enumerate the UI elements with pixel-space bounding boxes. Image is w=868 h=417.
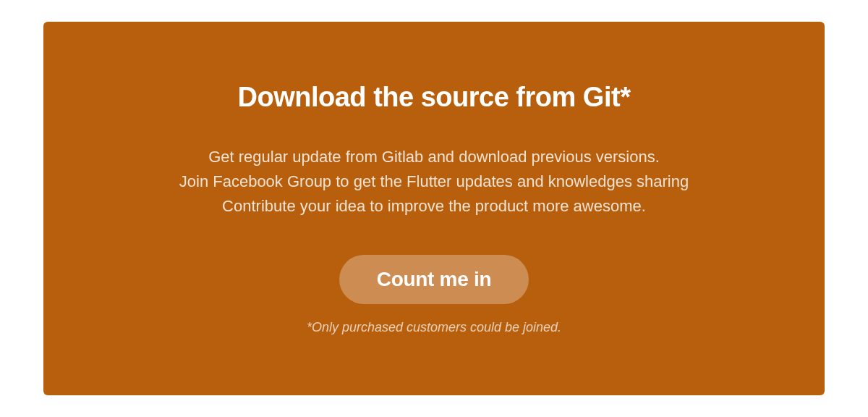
promo-card: Download the source from Git* Get regula…: [43, 22, 825, 395]
description-line-1: Get regular update from Gitlab and downl…: [179, 145, 689, 169]
count-me-in-button[interactable]: Count me in: [339, 255, 529, 304]
description: Get regular update from Gitlab and downl…: [179, 145, 689, 219]
description-line-3: Contribute your idea to improve the prod…: [179, 194, 689, 219]
description-line-2: Join Facebook Group to get the Flutter u…: [179, 169, 689, 194]
footnote: *Only purchased customers could be joine…: [307, 320, 561, 335]
headline: Download the source from Git*: [238, 82, 631, 113]
